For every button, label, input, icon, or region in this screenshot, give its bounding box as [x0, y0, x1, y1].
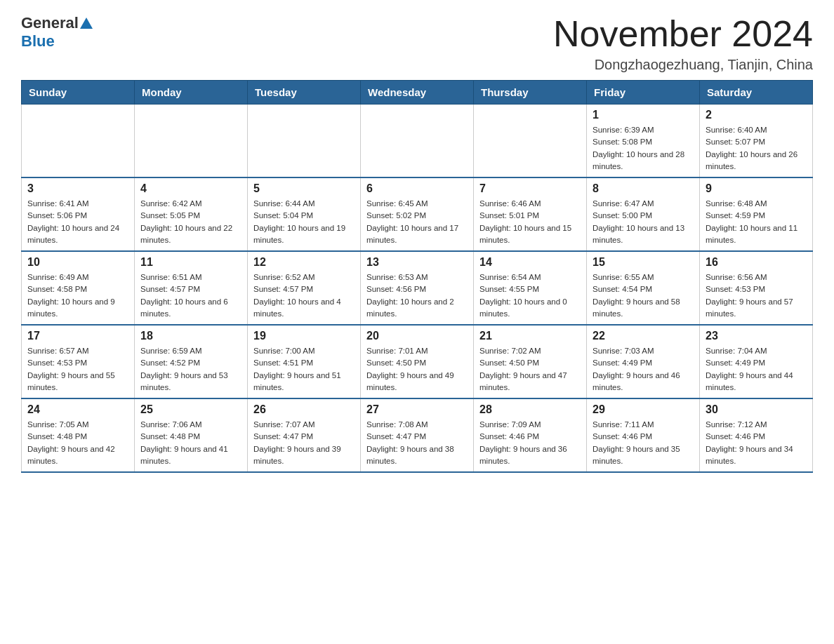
- day-cell: [361, 105, 474, 178]
- day-info: Sunrise: 7:00 AMSunset: 4:51 PMDaylight:…: [253, 345, 355, 394]
- week-row-2: 3Sunrise: 6:41 AMSunset: 5:06 PMDaylight…: [22, 177, 813, 251]
- day-number: 30: [706, 403, 807, 416]
- header-thursday: Thursday: [474, 81, 587, 105]
- day-number: 2: [706, 109, 807, 121]
- day-info: Sunrise: 7:08 AMSunset: 4:47 PMDaylight:…: [366, 419, 468, 467]
- week-row-5: 24Sunrise: 7:05 AMSunset: 4:48 PMDayligh…: [22, 398, 813, 472]
- week-row-1: 1Sunrise: 6:39 AMSunset: 5:08 PMDaylight…: [22, 105, 813, 178]
- logo-triangle-icon: [80, 18, 93, 29]
- day-info: Sunrise: 6:41 AMSunset: 5:06 PMDaylight:…: [27, 198, 128, 246]
- day-cell: 30Sunrise: 7:12 AMSunset: 4:46 PMDayligh…: [700, 398, 813, 472]
- day-number: 5: [253, 182, 355, 195]
- day-cell: 8Sunrise: 6:47 AMSunset: 5:00 PMDaylight…: [587, 177, 700, 251]
- day-number: 8: [593, 182, 694, 195]
- day-info: Sunrise: 7:07 AMSunset: 4:47 PMDaylight:…: [253, 419, 355, 467]
- day-number: 24: [27, 403, 128, 416]
- logo-blue: Blue: [21, 32, 55, 51]
- header-sunday: Sunday: [22, 81, 135, 105]
- day-number: 15: [593, 256, 694, 269]
- day-cell: 1Sunrise: 6:39 AMSunset: 5:08 PMDaylight…: [587, 105, 700, 178]
- day-info: Sunrise: 6:51 AMSunset: 4:57 PMDaylight:…: [140, 271, 241, 320]
- month-title: November 2024: [553, 14, 813, 54]
- day-number: 11: [140, 256, 241, 269]
- week-row-3: 10Sunrise: 6:49 AMSunset: 4:58 PMDayligh…: [22, 251, 813, 325]
- day-info: Sunrise: 6:46 AMSunset: 5:01 PMDaylight:…: [479, 198, 581, 246]
- day-cell: 22Sunrise: 7:03 AMSunset: 4:49 PMDayligh…: [587, 325, 700, 398]
- week-row-4: 17Sunrise: 6:57 AMSunset: 4:53 PMDayligh…: [22, 325, 813, 398]
- logo-general: General: [21, 14, 79, 32]
- day-info: Sunrise: 6:53 AMSunset: 4:56 PMDaylight:…: [366, 271, 468, 320]
- logo: General Blue: [21, 14, 93, 51]
- day-info: Sunrise: 6:55 AMSunset: 4:54 PMDaylight:…: [593, 271, 694, 320]
- day-number: 9: [706, 182, 807, 195]
- day-cell: 18Sunrise: 6:59 AMSunset: 4:52 PMDayligh…: [135, 325, 248, 398]
- day-cell: 4Sunrise: 6:42 AMSunset: 5:05 PMDaylight…: [135, 177, 248, 251]
- day-cell: 5Sunrise: 6:44 AMSunset: 5:04 PMDaylight…: [248, 177, 361, 251]
- day-number: 6: [366, 182, 468, 195]
- header-saturday: Saturday: [700, 81, 813, 105]
- day-number: 19: [253, 330, 355, 342]
- day-number: 27: [366, 403, 468, 416]
- svg-marker-0: [80, 18, 93, 29]
- day-number: 13: [366, 256, 468, 269]
- day-cell: 21Sunrise: 7:02 AMSunset: 4:50 PMDayligh…: [474, 325, 587, 398]
- header-row: SundayMondayTuesdayWednesdayThursdayFrid…: [22, 81, 813, 105]
- day-info: Sunrise: 7:05 AMSunset: 4:48 PMDaylight:…: [27, 419, 128, 467]
- day-number: 1: [593, 109, 694, 121]
- calendar-body: 1Sunrise: 6:39 AMSunset: 5:08 PMDaylight…: [22, 105, 813, 473]
- day-cell: 17Sunrise: 6:57 AMSunset: 4:53 PMDayligh…: [22, 325, 135, 398]
- day-cell: 3Sunrise: 6:41 AMSunset: 5:06 PMDaylight…: [22, 177, 135, 251]
- day-info: Sunrise: 7:03 AMSunset: 4:49 PMDaylight:…: [593, 345, 694, 394]
- day-cell: 13Sunrise: 6:53 AMSunset: 4:56 PMDayligh…: [361, 251, 474, 325]
- day-info: Sunrise: 6:52 AMSunset: 4:57 PMDaylight:…: [253, 271, 355, 320]
- day-number: 18: [140, 330, 241, 342]
- day-cell: 7Sunrise: 6:46 AMSunset: 5:01 PMDaylight…: [474, 177, 587, 251]
- calendar-header: SundayMondayTuesdayWednesdayThursdayFrid…: [22, 81, 813, 105]
- day-info: Sunrise: 6:40 AMSunset: 5:07 PMDaylight:…: [706, 124, 807, 173]
- day-info: Sunrise: 6:39 AMSunset: 5:08 PMDaylight:…: [593, 124, 694, 173]
- day-cell: 12Sunrise: 6:52 AMSunset: 4:57 PMDayligh…: [248, 251, 361, 325]
- day-info: Sunrise: 6:59 AMSunset: 4:52 PMDaylight:…: [140, 345, 241, 394]
- day-number: 21: [479, 330, 581, 342]
- day-cell: [248, 105, 361, 178]
- day-info: Sunrise: 7:11 AMSunset: 4:46 PMDaylight:…: [593, 419, 694, 467]
- day-number: 26: [253, 403, 355, 416]
- day-info: Sunrise: 6:56 AMSunset: 4:53 PMDaylight:…: [706, 271, 807, 320]
- header-monday: Monday: [135, 81, 248, 105]
- day-cell: [474, 105, 587, 178]
- day-info: Sunrise: 7:01 AMSunset: 4:50 PMDaylight:…: [366, 345, 468, 394]
- day-info: Sunrise: 6:48 AMSunset: 4:59 PMDaylight:…: [706, 198, 807, 246]
- day-cell: 19Sunrise: 7:00 AMSunset: 4:51 PMDayligh…: [248, 325, 361, 398]
- day-info: Sunrise: 6:54 AMSunset: 4:55 PMDaylight:…: [479, 271, 581, 320]
- day-info: Sunrise: 6:44 AMSunset: 5:04 PMDaylight:…: [253, 198, 355, 246]
- day-cell: 28Sunrise: 7:09 AMSunset: 4:46 PMDayligh…: [474, 398, 587, 472]
- day-cell: 15Sunrise: 6:55 AMSunset: 4:54 PMDayligh…: [587, 251, 700, 325]
- header-friday: Friday: [587, 81, 700, 105]
- day-cell: 9Sunrise: 6:48 AMSunset: 4:59 PMDaylight…: [700, 177, 813, 251]
- day-number: 14: [479, 256, 581, 269]
- location-subtitle: Dongzhaogezhuang, Tianjin, China: [553, 57, 813, 73]
- day-number: 12: [253, 256, 355, 269]
- day-info: Sunrise: 6:57 AMSunset: 4:53 PMDaylight:…: [27, 345, 128, 394]
- day-info: Sunrise: 7:02 AMSunset: 4:50 PMDaylight:…: [479, 345, 581, 394]
- day-cell: 16Sunrise: 6:56 AMSunset: 4:53 PMDayligh…: [700, 251, 813, 325]
- day-cell: 24Sunrise: 7:05 AMSunset: 4:48 PMDayligh…: [22, 398, 135, 472]
- day-info: Sunrise: 7:09 AMSunset: 4:46 PMDaylight:…: [479, 419, 581, 467]
- title-block: November 2024 Dongzhaogezhuang, Tianjin,…: [553, 14, 813, 73]
- day-number: 20: [366, 330, 468, 342]
- day-cell: 2Sunrise: 6:40 AMSunset: 5:07 PMDaylight…: [700, 105, 813, 178]
- day-cell: 20Sunrise: 7:01 AMSunset: 4:50 PMDayligh…: [361, 325, 474, 398]
- day-number: 3: [27, 182, 128, 195]
- day-cell: 14Sunrise: 6:54 AMSunset: 4:55 PMDayligh…: [474, 251, 587, 325]
- page-header: General Blue November 2024 Dongzhaogezhu…: [21, 14, 813, 73]
- day-info: Sunrise: 6:49 AMSunset: 4:58 PMDaylight:…: [27, 271, 128, 320]
- day-number: 29: [593, 403, 694, 416]
- day-cell: 10Sunrise: 6:49 AMSunset: 4:58 PMDayligh…: [22, 251, 135, 325]
- day-info: Sunrise: 6:42 AMSunset: 5:05 PMDaylight:…: [140, 198, 241, 246]
- day-number: 28: [479, 403, 581, 416]
- day-cell: [22, 105, 135, 178]
- day-number: 16: [706, 256, 807, 269]
- day-number: 25: [140, 403, 241, 416]
- logo-text: General Blue: [21, 14, 93, 51]
- header-tuesday: Tuesday: [248, 81, 361, 105]
